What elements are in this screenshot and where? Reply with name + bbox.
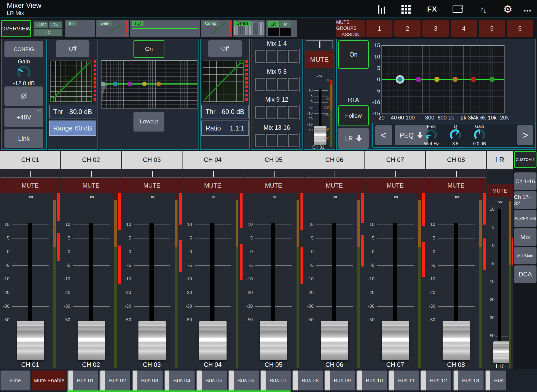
bus-button-8[interactable]: Bus 08 [292,371,323,390]
sends-cell[interactable] [277,106,287,119]
channel-pan[interactable] [1,170,60,178]
sends-overview-box[interactable]: Sends [233,20,265,37]
sends-group-box-1[interactable] [254,49,300,64]
comp-threshold-field[interactable]: Thr -60.0 dB [201,105,249,118]
channel-mute-button[interactable]: MUTE [182,178,243,193]
mute-group-button-6[interactable]: 6 [507,20,533,37]
eq-state-button[interactable]: On [133,40,164,58]
fine-button[interactable]: Fine [1,371,30,390]
delay-tag[interactable]: Dly [49,21,62,28]
channel-fader-cap[interactable] [382,321,409,360]
channel-header[interactable]: CH 07 [365,151,425,169]
lr-fader-cap[interactable] [493,341,511,363]
follow-button[interactable]: Follow [338,105,369,126]
channel-header[interactable]: CH 01 [0,151,60,169]
sends-cell[interactable] [255,134,265,147]
lowcut-button[interactable]: Lowcut [133,112,164,132]
monitor-on-button[interactable]: On [338,40,369,69]
channel-fader-cap[interactable] [321,321,348,360]
phantom-button[interactable]: +48V ••• [4,108,43,127]
peq-knob-q[interactable]: Q3.5 [443,124,468,148]
sends-cell[interactable] [277,50,287,63]
sidebar-dca[interactable]: DCA [514,265,536,283]
sidebar-mtx-main[interactable]: Mtx/Main [514,247,536,264]
eq-overview-box[interactable]: EQ [130,20,200,37]
peq-knob-dial[interactable] [474,129,486,141]
gate-state-button[interactable]: Off [56,40,89,57]
channel-fader-cap[interactable] [443,321,470,360]
sends-cell[interactable] [255,50,265,63]
mute-group-button-5[interactable]: 5 [479,20,505,37]
mute-group-button-1[interactable]: 1 [366,20,393,37]
channel-mute-button[interactable]: MUTE [122,178,182,193]
sidebar-mix[interactable]: Mix [514,228,536,246]
settings-gear-icon[interactable]: ⚙ [499,0,517,18]
channel-header[interactable]: CH 04 [182,151,243,169]
channel-fader-cap[interactable] [17,321,44,360]
sidebar-custom-1[interactable]: CUSTOM 1 [514,151,536,168]
channel-header[interactable]: CH 08 [426,151,486,169]
mute-group-button-3[interactable]: 3 [422,20,449,37]
insert-overview-box[interactable]: Ins [65,20,95,37]
bus-button-4[interactable]: Bus 04 [164,371,195,390]
bus-button-11[interactable]: Bus 11 [388,371,419,390]
channel-header[interactable]: CH 06 [304,151,364,169]
channel-header[interactable]: CH 02 [61,151,121,169]
comp-ratio-field[interactable]: Ratio 1.1:1 [201,121,249,136]
channel-pan[interactable] [426,170,486,178]
sends-group-box-3[interactable] [254,105,300,120]
eq-detail-graph[interactable] [101,60,197,108]
peq-knob-dial[interactable] [449,129,461,141]
comp-overview-box[interactable]: Comp [201,20,232,37]
mute-enable-button[interactable]: Mute Enable [32,371,66,390]
sends-cell[interactable] [277,134,287,147]
monitor-bus-button[interactable]: LR [338,128,369,149]
bus-button-12[interactable]: Bus 12 [420,371,451,390]
config-button[interactable]: CONFIG [4,41,43,57]
channel-pan[interactable] [244,170,304,178]
sends-cell[interactable] [288,78,298,91]
channel-pan[interactable] [122,170,182,178]
channel-mute-button[interactable]: MUTE [0,178,60,193]
channel-pan[interactable] [61,170,121,178]
channel-fader-cap[interactable] [138,321,166,360]
channel-pan[interactable] [366,170,425,178]
channel-mute-button[interactable]: MUTE [61,178,121,193]
gate-overview-box[interactable]: Gate [96,20,129,37]
peq-knob-dial[interactable] [425,129,437,141]
channel-fader-cap[interactable] [78,321,105,360]
bus-button-14[interactable]: Bus 14 [485,371,506,390]
peq-knob-freq[interactable]: Freq56.4 Hz [419,124,443,148]
sends-cell[interactable] [277,78,287,91]
overview-button[interactable]: OVERVIEW [1,20,31,37]
lr-strip-header[interactable]: LR [487,151,513,169]
sends-cell[interactable] [266,106,276,119]
sends-cell[interactable] [255,78,265,91]
lowcut-tag[interactable]: LC [34,29,62,36]
bus-button-2[interactable]: Bus 02 [99,371,130,390]
channel-mute-button[interactable]: MUTE [304,178,364,193]
mute-group-button-4[interactable]: 4 [451,20,477,37]
comp-state-button[interactable]: Off [208,40,242,57]
input-config-box[interactable]: +48V Dly LC [33,20,63,37]
channel-fader-cap[interactable] [199,321,227,360]
bus-button-9[interactable]: Bus 09 [324,371,355,390]
next-band-button[interactable]: > [517,125,533,145]
channel-header[interactable]: CH 05 [243,151,304,169]
routing-overview-box[interactable]: LR M [266,20,297,37]
channel-mute-button[interactable]: MUTE [243,178,304,193]
peq-knob-gain[interactable]: Gain0.0 dB [468,124,492,148]
channel-fader-cap[interactable] [260,321,287,360]
sends-cell[interactable] [255,106,265,119]
phase-button[interactable]: Ø [4,86,43,106]
channel-header[interactable]: CH 03 [122,151,182,169]
grid-icon[interactable] [397,0,415,18]
lr-mute-button[interactable]: MUTE [487,184,513,197]
more-icon[interactable]: ••• [519,0,537,18]
bus-button-1[interactable]: Bus 01 [67,371,98,390]
gate-threshold-field[interactable]: Thr -80.0 dB [49,105,96,118]
sends-cell[interactable] [266,50,276,63]
sends-group-box-4[interactable] [254,133,300,148]
lr-eq-graph[interactable] [382,45,504,113]
sends-cell[interactable] [266,134,276,147]
